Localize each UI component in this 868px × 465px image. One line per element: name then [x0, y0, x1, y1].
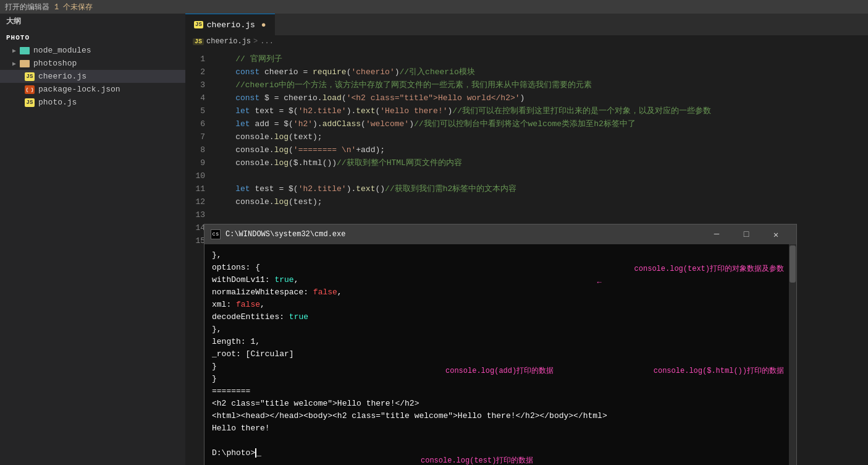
main-layout: 大纲 PHOTO ▶ node_modules ▶ photoshop JS c…	[0, 14, 868, 465]
tab-js-icon: JS	[194, 21, 203, 28]
editor-area: JS cheerio.js ● JS cheerio.js > ... 1 2 …	[185, 14, 868, 465]
breadcrumb-js-label: JS	[193, 38, 204, 45]
code-line-5: let text = $('h2.title').text('Hello the…	[216, 105, 868, 117]
cmd-output-line-14: <html><head></head><body><h2 class="titl…	[212, 410, 789, 422]
cmd-output-line-2: options: {	[212, 262, 789, 274]
tab-label: cheerio.js	[207, 20, 255, 30]
code-line-2: const cheerio = require('cheerio')//引入ch…	[216, 66, 868, 79]
cmd-output-line-5: xml: false,	[212, 299, 789, 311]
breadcrumb-sep: >	[253, 37, 258, 46]
sidebar-item-photoshop[interactable]: ▶ photoshop	[0, 57, 185, 70]
chevron-icon: ▶	[12, 47, 16, 54]
comment: // 官网列子	[216, 53, 282, 66]
code-line-10	[216, 169, 868, 182]
cmd-output-line-12: ========	[212, 385, 789, 398]
js-icon: JS	[25, 72, 35, 81]
sidebar: 大纲 PHOTO ▶ node_modules ▶ photoshop JS c…	[0, 14, 185, 465]
sidebar-item-label: photo.js	[38, 98, 77, 107]
js-icon: JS	[25, 98, 35, 107]
cmd-body: }, options: { withDomLv11: true, normali…	[204, 244, 796, 465]
cmd-title: C:\WINDOWS\system32\cmd.exe	[225, 230, 697, 239]
cmd-icon: cs	[211, 229, 221, 239]
code-line-6: let add = $('h2').addClass('welcome')//我…	[216, 117, 868, 130]
sidebar-item-label: package-lock.json	[38, 85, 120, 94]
cmd-output-line-3: withDomLv11: true,	[212, 274, 789, 286]
folder-icon	[20, 60, 30, 67]
cmd-output-line-13: <h2 class="title welcome">Hello there!</…	[212, 398, 789, 410]
code-line-3: //cheerio中的一个方法，该方法中存放了网页文件的一些元素，我们用来从中筛…	[216, 79, 868, 92]
cmd-output-line-7: },	[212, 323, 789, 336]
sidebar-item-package-lock-json[interactable]: { } package-lock.json	[0, 83, 185, 96]
sidebar-item-label: node_modules	[33, 46, 91, 55]
cmd-controls: ─ □ ✕	[702, 224, 790, 244]
sidebar-outline-label: 大纲	[0, 14, 185, 29]
folder-green-icon	[20, 47, 30, 54]
cmd-output-line-8: length: 1,	[212, 336, 789, 348]
cmd-icon-text: cs	[213, 231, 219, 237]
code-line-7: console.log(text);	[216, 130, 868, 143]
cmd-output-line-10: }	[212, 360, 789, 373]
cmd-scrollbar-thumb	[790, 245, 796, 283]
code-line-8: console.log('======== \n'+add);	[216, 143, 868, 156]
cmd-output-line-4: normalizeWhitespace: false,	[212, 286, 789, 299]
code-line-11: let test = $('h2.title').text()//获取到我们需h…	[216, 182, 868, 195]
code-line-13	[216, 208, 868, 221]
restore-icon: □	[744, 229, 749, 239]
cmd-output-line-16	[212, 435, 789, 447]
close-icon: ✕	[773, 229, 778, 240]
top-bar-unsaved: 1 个未保存	[54, 2, 93, 12]
breadcrumb-rest: ...	[260, 37, 274, 46]
code-line-9: console.log($.html())//获取到整个HTML网页文件的内容	[216, 156, 868, 169]
cmd-output-line-1: },	[212, 249, 789, 262]
sidebar-item-cheerio-js[interactable]: JS cheerio.js	[0, 70, 185, 83]
cmd-window: cs C:\WINDOWS\system32\cmd.exe ─ □ ✕	[204, 224, 797, 465]
code-line-4: const $ = cheerio.load('<h2 class="title…	[216, 92, 868, 105]
cmd-minimize-button[interactable]: ─	[702, 224, 731, 244]
cmd-output-line-15: Hello there!	[212, 422, 789, 435]
cmd-output-line-9: _root: [Circular]	[212, 348, 789, 360]
json-icon: { }	[25, 85, 35, 94]
chevron-icon: ▶	[12, 60, 16, 67]
code-line-12: console.log(test);	[216, 195, 868, 208]
cmd-close-button[interactable]: ✕	[762, 224, 790, 244]
top-bar: 打开的编辑器 1 个未保存	[0, 0, 868, 14]
editor-tab-bar: JS cheerio.js ●	[185, 14, 868, 35]
cmd-output-line-6: decodeEntities: true	[212, 311, 789, 323]
sidebar-item-photo-js[interactable]: JS photo.js	[0, 96, 185, 109]
cmd-titlebar: cs C:\WINDOWS\system32\cmd.exe ─ □ ✕	[204, 224, 796, 244]
cmd-output-line-17: D:\photo>_	[212, 447, 789, 459]
top-bar-title: 打开的编辑器	[5, 2, 49, 12]
cmd-restore-button[interactable]: □	[732, 224, 761, 244]
breadcrumb: JS cheerio.js > ...	[185, 35, 868, 48]
breadcrumb-filename: cheerio.js	[206, 37, 251, 46]
sidebar-item-label: photoshop	[33, 59, 77, 68]
sidebar-item-node-modules[interactable]: ▶ node_modules	[0, 44, 185, 57]
tab-unsaved-dot: ●	[261, 20, 266, 30]
editor-tab-cheerio-js[interactable]: JS cheerio.js ●	[185, 14, 275, 35]
sidebar-section-label: PHOTO	[0, 29, 185, 44]
sidebar-item-label: cheerio.js	[38, 72, 86, 81]
cmd-scrollbar[interactable]	[789, 244, 796, 465]
cmd-output-line-11: }	[212, 373, 789, 385]
code-line-1: // 官网列子	[216, 53, 868, 66]
minimize-icon: ─	[714, 229, 719, 239]
